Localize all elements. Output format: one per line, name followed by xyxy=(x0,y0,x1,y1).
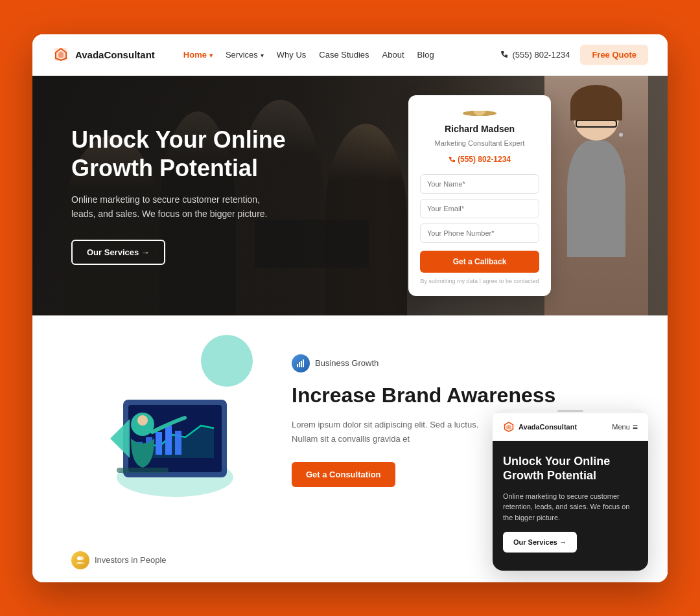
mobile-cta-button[interactable]: Our Services → xyxy=(503,532,577,553)
consultant-avatar xyxy=(463,111,496,116)
svg-marker-23 xyxy=(506,424,511,429)
mobile-logo-area: AvadaConsultant xyxy=(503,421,577,433)
hero-section: Unlock Your Online Growth Potential Onli… xyxy=(32,76,668,315)
card-disclaimer: By submitting my data I agree to be cont… xyxy=(420,278,539,284)
consultant-title: Marketing Consultant Expert xyxy=(435,139,525,147)
navbar: AvadaConsultant Home Services Why Us Cas… xyxy=(32,34,668,76)
chart-icon xyxy=(296,359,305,368)
logo-icon xyxy=(52,45,70,63)
svg-rect-13 xyxy=(175,431,181,455)
content-section: Business Growth Increase Brand Awareness… xyxy=(32,315,668,551)
people-icon xyxy=(76,556,85,565)
contact-card: Richard Madsen Marketing Consultant Expe… xyxy=(408,95,551,296)
svg-rect-21 xyxy=(303,359,304,367)
phone-nav[interactable]: (555) 802-1234 xyxy=(500,50,570,60)
svg-rect-17 xyxy=(117,468,169,473)
hero-subtitle: Online marketing to secure customer rete… xyxy=(71,192,279,222)
woman-glasses xyxy=(576,120,617,128)
free-quote-button[interactable]: Free Quote xyxy=(580,45,648,65)
mobile-hero: Unlock Your Online Growth Potential Onli… xyxy=(493,441,648,571)
nav-case-studies[interactable]: Case Studies xyxy=(319,50,369,60)
mobile-notch xyxy=(557,410,583,412)
mobile-menu-button[interactable]: Menu ≡ xyxy=(612,422,638,432)
business-growth-badge: Business Growth xyxy=(292,354,629,372)
mobile-logo-icon xyxy=(503,421,515,433)
section-title: Increase Brand Awareness xyxy=(292,383,629,407)
investors-badge-icon xyxy=(71,551,89,569)
email-input[interactable] xyxy=(420,199,539,218)
svg-rect-19 xyxy=(299,362,300,367)
investors-badge-label: Investors in People xyxy=(95,555,167,565)
mobile-hero-title: Unlock Your Online Growth Potential xyxy=(503,454,638,483)
brand-name: AvadaConsultant xyxy=(75,49,155,60)
consultation-button[interactable]: Get a Consultation xyxy=(292,462,395,487)
nav-links: Home Services Why Us Case Studies About … xyxy=(183,50,485,60)
hero-woman-photo xyxy=(544,76,648,315)
svg-rect-12 xyxy=(165,426,172,455)
consultant-name: Richard Madsen xyxy=(445,124,515,134)
badge-icon xyxy=(292,354,310,372)
svg-marker-14 xyxy=(110,419,130,458)
svg-point-25 xyxy=(80,556,84,560)
woman-body xyxy=(567,141,625,257)
nav-home[interactable]: Home xyxy=(183,50,213,60)
phone-icon-card xyxy=(449,156,455,163)
consultant-phone: (555) 802-1234 xyxy=(449,155,511,164)
section-body: Lorem ipsum dolor sit adipiscing elit. S… xyxy=(292,418,486,446)
logo-area[interactable]: AvadaConsultant xyxy=(52,45,155,63)
name-input[interactable] xyxy=(420,174,539,194)
mobile-preview: AvadaConsultant Menu ≡ Unlock Your Onlin… xyxy=(493,409,648,571)
illustration-area xyxy=(71,348,253,519)
hero-title: Unlock Your Online Growth Potential xyxy=(71,126,318,181)
phone-icon xyxy=(500,51,508,58)
callback-button[interactable]: Get a Callback xyxy=(420,251,539,273)
badge-label: Business Growth xyxy=(315,358,379,368)
hero-cta-button[interactable]: Our Services → xyxy=(71,240,165,265)
nav-right: (555) 802-1234 Free Quote xyxy=(500,45,648,65)
mobile-hero-subtitle: Online marketing to secure customer rete… xyxy=(503,491,638,523)
deco-circle xyxy=(201,335,253,387)
avatar-icon xyxy=(463,111,496,116)
svg-rect-20 xyxy=(301,361,302,367)
nav-about[interactable]: About xyxy=(382,50,404,60)
phone-input[interactable] xyxy=(420,223,539,243)
svg-rect-11 xyxy=(156,432,162,455)
chevron-down-icon xyxy=(209,50,213,60)
hero-content: Unlock Your Online Growth Potential Onli… xyxy=(32,100,356,290)
mobile-navbar: AvadaConsultant Menu ≡ xyxy=(493,413,648,441)
chevron-down-icon xyxy=(261,50,264,60)
svg-point-16 xyxy=(137,415,148,426)
nav-why-us[interactable]: Why Us xyxy=(277,50,307,60)
mobile-brand-name: AvadaConsultant xyxy=(519,423,577,431)
woman-hair xyxy=(570,85,622,120)
woman-earring xyxy=(619,133,623,137)
nav-blog[interactable]: Blog xyxy=(417,50,434,60)
nav-services[interactable]: Services xyxy=(226,50,264,60)
svg-rect-18 xyxy=(297,364,298,367)
hamburger-icon: ≡ xyxy=(633,422,638,432)
browser-window: AvadaConsultant Home Services Why Us Cas… xyxy=(32,34,668,582)
